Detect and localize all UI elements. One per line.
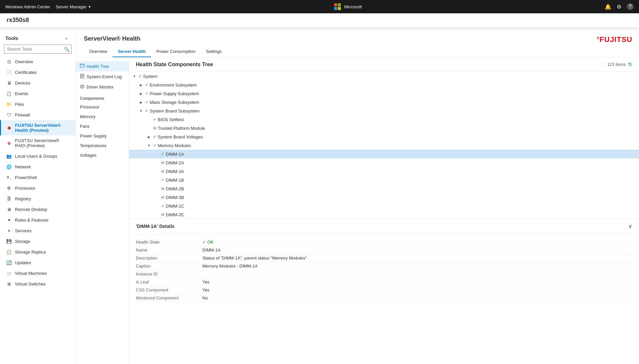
server-manager-chevron: ▼ [88,5,91,9]
expand-icon-dimm3b [154,195,160,200]
server-name: rx350s8 [7,17,29,23]
sidebar-item-registry[interactable]: 🗄 Registry [0,193,76,204]
expand-icon-system: ▼ [132,74,137,79]
sidebar-item-remote-desktop[interactable]: 🖥 Remote Desktop [0,204,76,215]
health-nav-system-event-log[interactable]: System Event Log [76,72,129,82]
tree-node-dimm-3a[interactable]: ⊖ DIMM-3A [129,167,639,176]
sidebar-item-virtual-machines[interactable]: □ Virtual Machines [0,268,76,278]
detail-row-monitored-component: Monitored Component No [136,294,632,302]
health-nav-temperatures[interactable]: Temperatures [76,141,129,150]
expand-icon-dimm1a [154,151,160,157]
sidebar-item-roles-features[interactable]: ✦ Roles & Features [0,215,76,225]
sidebar-item-local-users[interactable]: 👥 Local Users & Groups [0,151,76,161]
tab-server-health[interactable]: Server Health [112,46,151,57]
tree-node-dimm-1b[interactable]: ✓ DIMM-1B [129,176,639,184]
sidebar-item-storage-replica[interactable]: 📋 Storage Replica [0,247,76,257]
help-icon[interactable]: ? [627,3,634,10]
sidebar-item-label: Services [15,228,32,233]
sidebar-item-devices[interactable]: 🖥 Devices [0,78,76,88]
tree-node-sbv[interactable]: ▶ ✓ System Board Voltages [129,132,639,141]
sidebar-item-label: Storage [15,239,30,244]
details-header[interactable]: 'DIMM-1A' Details ∨ [129,219,639,234]
health-nav-health-tree[interactable]: Health Tree [76,61,129,72]
sidebar: Tools ‹ 🔍 ⊡ Overview 📄 Certificates 🖥 De… [0,30,76,364]
sidebar-item-events[interactable]: 📋 Events [0,88,76,99]
tree-node-dimm-3b[interactable]: ⊖ DIMM-3B [129,193,639,202]
sidebar-item-processes[interactable]: ⚙ Processes [0,183,76,193]
search-input[interactable] [4,45,72,54]
health-nav-fans[interactable]: Fans [76,121,129,131]
tree-node-tpm[interactable]: ⊖ Trusted Platform Module [129,124,639,132]
tree-node-memory-modules[interactable]: ▼ ✓ Memory Modules [129,141,639,150]
expand-icon-dimm1c [154,203,160,209]
settings-icon[interactable]: ⚙ [617,4,621,10]
tree-label-ms: Mass Storage Subsystem [150,100,199,105]
status-mm: ✓ [153,143,156,148]
status-dimm2a: ⊖ [161,160,164,165]
status-system: ✓ [138,74,142,79]
sidebar-item-files[interactable]: 📁 Files [0,99,76,109]
sidebar-tools-header: Tools ‹ [0,30,76,45]
details-title: 'DIMM-1A' Details [136,224,174,229]
tree-node-system[interactable]: ▼ ✓ System [129,72,639,81]
sidebar-item-powershell[interactable]: >_ PowerShell [0,172,76,183]
tree-node-system-board[interactable]: ▼ ✓ System Board Subsystem [129,106,639,115]
driver-monitor-icon [80,84,85,90]
temperatures-label: Temperatures [80,143,106,148]
virtual-switches-icon: ⊞ [6,281,12,286]
tree-node-dimm-2c[interactable]: ⊖ DIMM-2C [129,210,639,218]
tab-settings[interactable]: Settings [201,46,227,57]
expand-icon-sbv: ▶ [146,134,152,139]
tree-label-env: Environment Subsystem [150,83,197,88]
notification-icon[interactable]: 🔔 [605,4,611,10]
health-nav-voltages[interactable]: Voltages [76,150,129,160]
detail-label-description: Description [136,256,202,261]
svg-point-12 [82,87,83,88]
sidebar-item-overview[interactable]: ⊡ Overview [0,56,76,67]
details-table: Health State ✓ OK Name DIMM-1A Descripti… [129,234,639,306]
sidebar-item-virtual-switches[interactable]: ⊞ Virtual Switches [0,278,76,289]
tree-node-bios[interactable]: ✓ BIOS Selftest [129,115,639,124]
server-manager-button[interactable]: Server Manager ▼ [56,4,91,9]
sidebar-item-fujitsu-raid[interactable]: ⊕ FUJITSU ServerView® RAID (Preview) [0,135,76,151]
sidebar-item-network[interactable]: 🌐 Network [0,161,76,172]
status-dimm1b: ✓ [161,178,164,182]
tree-node-dimm-2b[interactable]: ⊖ DIMM-2B [129,184,639,193]
tab-overview[interactable]: Overview [84,46,112,57]
health-nav-driver-monitor[interactable]: Driver Monitor [76,82,129,92]
storage-replica-icon: 📋 [6,249,12,255]
ms-logo [334,3,341,10]
ms-logo-area: Microsoft [334,3,362,10]
tab-power-consumption[interactable]: Power Consumption [151,46,201,57]
sidebar-item-certificates[interactable]: 📄 Certificates [0,67,76,78]
status-bios: ✓ [153,117,156,122]
health-nav-processor[interactable]: Processor [76,102,129,112]
refresh-button[interactable]: ↻ [628,61,632,68]
tree-node-dimm-2a[interactable]: ⊖ DIMM-2A [129,158,639,167]
health-tree-icon [80,64,85,69]
sidebar-item-services[interactable]: ≡ Services [0,225,76,236]
expand-icon-bios [146,117,152,122]
detail-label-monitored-component: Monitored Component [136,295,202,300]
tree-node-env-subsystem[interactable]: ▶ ✓ Environment Subsystem [129,81,639,89]
sidebar-item-fujitsu-health[interactable]: ⊕ FUJITSU ServerView® Health (Preview) [0,120,76,135]
tree-label-sb: System Board Subsystem [150,108,200,113]
health-nav-memory[interactable]: Memory [76,112,129,121]
sidebar-item-updates[interactable]: 🔄 Updates [0,257,76,268]
sidebar-item-storage[interactable]: 💾 Storage [0,236,76,247]
tree-node-dimm-1c[interactable]: ✓ DIMM-1C [129,202,639,210]
sidebar-collapse-button[interactable]: ‹ [62,34,70,42]
tree-node-mass-storage[interactable]: ▶ ✓ Mass Storage Subsystem [129,98,639,106]
roles-features-icon: ✦ [6,217,12,223]
health-nav-power-supply[interactable]: Power Supply [76,131,129,141]
sidebar-item-firewall[interactable]: 🛡 Firewall [0,109,76,120]
fujitsu-health-icon: ⊕ [6,125,12,130]
tree-node-dimm-1a[interactable]: ✓ DIMM-1A [129,150,639,158]
detail-row-css-component: CSS Component Yes [136,286,632,294]
server-bar: rx350s8 [0,13,639,27]
system-event-log-icon [80,74,85,80]
expand-icon-dimm1b [154,177,160,183]
sidebar-item-label: Files [15,102,24,107]
tree-node-power-supply-subsystem[interactable]: ▶ ✓ Power Supply Subsystem [129,89,639,98]
sidebar-item-label: FUJITSU ServerView® Health (Preview) [15,123,70,133]
